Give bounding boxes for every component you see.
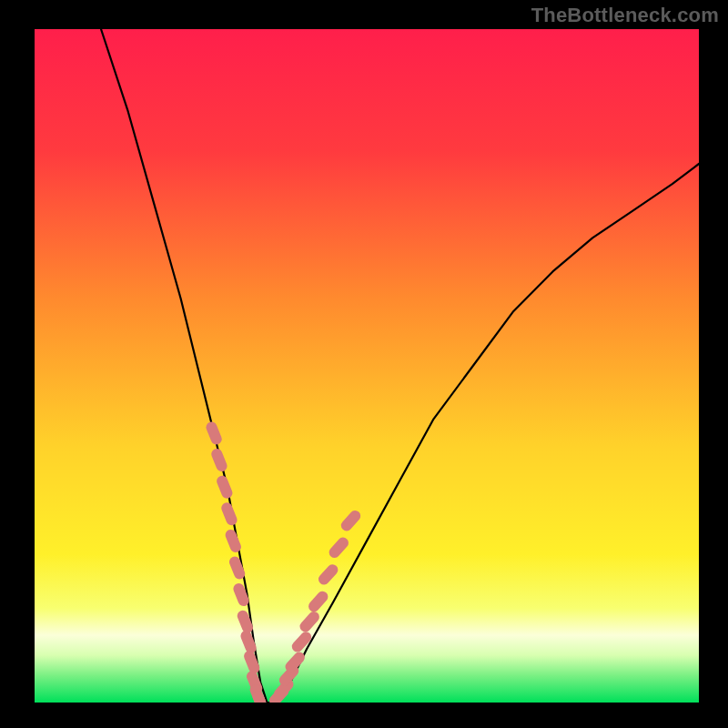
watermark-text: TheBottleneck.com <box>531 4 719 27</box>
chart-frame: TheBottleneck.com <box>0 0 728 728</box>
bottleneck-chart <box>0 0 728 728</box>
